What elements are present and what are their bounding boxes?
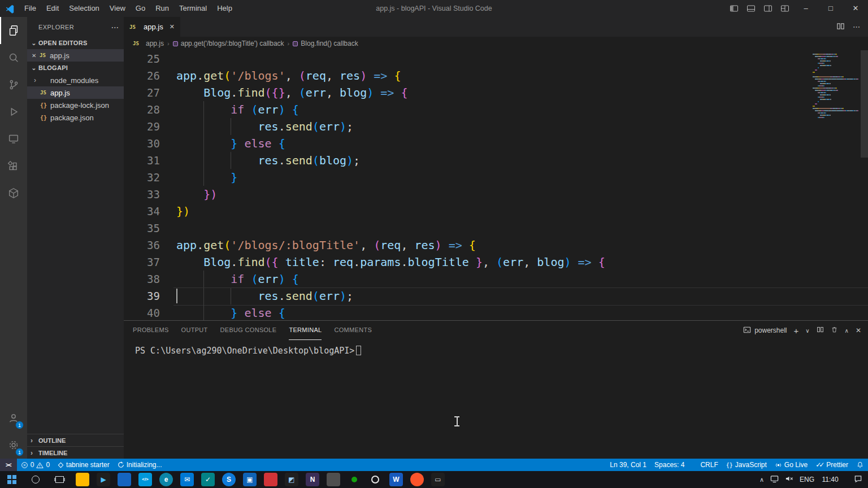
indentation-setting[interactable]: Spaces: 4 bbox=[650, 459, 688, 471]
tree-item-node_modules[interactable]: ›node_modules bbox=[27, 74, 124, 86]
tray-display-icon[interactable] bbox=[770, 474, 779, 485]
taskbar-app-vscode[interactable]: </> bbox=[138, 473, 152, 486]
problems-indicator[interactable]: 0 0 bbox=[17, 459, 54, 471]
customize-layout-icon[interactable] bbox=[776, 4, 793, 13]
source-control-icon[interactable] bbox=[0, 71, 27, 98]
code-line-25[interactable]: 25 bbox=[124, 50, 868, 67]
line-number[interactable]: 27 bbox=[124, 84, 160, 101]
taskbar-app-gray-folder[interactable] bbox=[327, 473, 340, 486]
accounts-icon[interactable]: 1 bbox=[0, 404, 27, 432]
menu-run[interactable]: Run bbox=[150, 0, 174, 17]
taskbar-app-skype[interactable]: S bbox=[222, 473, 236, 486]
container-extension-icon[interactable] bbox=[0, 180, 27, 207]
taskbar-app-onenote[interactable]: N bbox=[306, 473, 319, 486]
close-tab-icon[interactable]: ✕ bbox=[170, 23, 175, 30]
taskbar-app-photos[interactable]: ◩ bbox=[285, 473, 298, 486]
explorer-more-actions-icon[interactable]: ⋯ bbox=[111, 23, 119, 32]
start-button[interactable] bbox=[0, 471, 24, 488]
taskbar-app-ring-app[interactable] bbox=[368, 473, 382, 486]
tray-language[interactable]: ENG bbox=[800, 476, 814, 483]
explorer-icon[interactable] bbox=[0, 17, 27, 44]
menu-edit[interactable]: Edit bbox=[41, 0, 64, 17]
toggle-sidebar-icon[interactable] bbox=[726, 4, 743, 13]
timeline-section[interactable]: › TIMELINE bbox=[27, 446, 124, 459]
breadcrumb-file[interactable]: JSapp.js bbox=[133, 40, 164, 47]
toggle-panel-icon[interactable] bbox=[743, 4, 760, 13]
tabnine-status[interactable]: tabnine starter bbox=[54, 459, 114, 471]
outline-section[interactable]: › OUTLINE bbox=[27, 434, 124, 446]
open-editor-app-js[interactable]: ✕ JS app.js bbox=[27, 49, 124, 62]
task-view-button[interactable] bbox=[47, 471, 71, 488]
line-number[interactable]: 33 bbox=[124, 186, 160, 203]
prettier-status[interactable]: ✓✓ Prettier bbox=[811, 459, 852, 471]
menu-selection[interactable]: Selection bbox=[64, 0, 104, 17]
encoding-setting[interactable]: UTF-8UTF-8 bbox=[688, 459, 696, 471]
taskbar-app-green-status[interactable] bbox=[348, 473, 361, 486]
remote-indicator[interactable]: >< bbox=[0, 459, 17, 471]
taskbar-app-word[interactable]: W bbox=[389, 473, 403, 486]
settings-gear-icon[interactable]: 1 bbox=[0, 432, 27, 459]
menu-file[interactable]: File bbox=[19, 0, 41, 17]
close-panel-icon[interactable]: ✕ bbox=[856, 326, 861, 334]
code-line-38[interactable]: 38 if (err) { bbox=[124, 271, 868, 287]
taskbar-app-blue-app[interactable] bbox=[118, 473, 131, 486]
code-line-29[interactable]: 29 res.send(err); bbox=[124, 118, 868, 135]
notifications-bell[interactable] bbox=[852, 459, 868, 471]
menu-help[interactable]: Help bbox=[212, 0, 237, 17]
taskbar-app-file-explorer[interactable] bbox=[76, 473, 89, 486]
code-line-28[interactable]: 28 if (err) { bbox=[124, 101, 868, 118]
language-mode[interactable]: {}JavaScript bbox=[722, 459, 771, 471]
open-editors-header[interactable]: ⌄ OPEN EDITORS bbox=[27, 37, 124, 49]
panel-tab-output[interactable]: OUTPUT bbox=[181, 321, 208, 340]
line-number[interactable]: 25 bbox=[124, 50, 160, 67]
tray-clock[interactable]: 11:40 bbox=[821, 476, 840, 483]
code-line-27[interactable]: 27 Blog.find({}, (err, blog) => { bbox=[124, 84, 868, 101]
tree-item-package-lock.json[interactable]: {}package-lock.json bbox=[27, 99, 124, 111]
tree-item-package.json[interactable]: {}package.json bbox=[27, 111, 124, 124]
code-line-30[interactable]: 30 } else { bbox=[124, 135, 868, 152]
code-line-34[interactable]: 34}) bbox=[124, 203, 868, 220]
line-number[interactable]: 26 bbox=[124, 67, 160, 84]
line-number[interactable]: 29 bbox=[124, 118, 160, 135]
editor-more-actions-icon[interactable]: ⋯ bbox=[853, 23, 860, 31]
action-center-icon[interactable] bbox=[854, 474, 862, 485]
kill-terminal-button[interactable] bbox=[831, 326, 838, 335]
toggle-secondary-sidebar-icon[interactable] bbox=[760, 4, 776, 13]
line-number[interactable]: 30 bbox=[124, 135, 160, 152]
terminal-shell-selector[interactable]: powershell bbox=[743, 326, 787, 336]
breadcrumb-symbol-1[interactable]: app.get('/blogs/:blogTitle') callback bbox=[173, 40, 284, 47]
tab-app-js[interactable]: JS app.js ✕ bbox=[124, 17, 181, 37]
code-line-26[interactable]: 26app.get('/blogs', (req, res) => { bbox=[124, 67, 868, 84]
menu-terminal[interactable]: Terminal bbox=[174, 0, 212, 17]
tray-volume-muted-icon[interactable] bbox=[785, 474, 793, 485]
cursor-position[interactable]: Ln 39, Col 1 bbox=[606, 459, 650, 471]
code-line-40[interactable]: 40 } else { bbox=[124, 304, 868, 320]
taskbar-app-store[interactable]: ▣ bbox=[243, 473, 257, 486]
search-button[interactable] bbox=[24, 471, 47, 488]
code-line-31[interactable]: 31 res.send(blog); bbox=[124, 152, 868, 169]
breadcrumb-symbol-2[interactable]: Blog.find() callback bbox=[293, 40, 358, 47]
code-line-32[interactable]: 32 } bbox=[124, 169, 868, 186]
extensions-icon[interactable] bbox=[0, 152, 27, 180]
split-editor-icon[interactable] bbox=[836, 22, 845, 32]
remote-explorer-icon[interactable] bbox=[0, 125, 27, 152]
tree-item-app.js[interactable]: JSapp.js bbox=[27, 86, 124, 99]
line-number[interactable]: 37 bbox=[124, 254, 160, 271]
minimize-button[interactable]: – bbox=[793, 0, 818, 17]
tray-expand-icon[interactable]: ∧ bbox=[760, 476, 764, 483]
editor-scrollbar[interactable] bbox=[861, 50, 868, 158]
menu-go[interactable]: Go bbox=[131, 0, 150, 17]
panel-tab-comments[interactable]: COMMENTS bbox=[334, 321, 372, 340]
maximize-panel-icon[interactable]: ∧ bbox=[845, 328, 849, 334]
code-line-36[interactable]: 36app.get('/blogs/:blogTitle', (req, res… bbox=[124, 237, 868, 254]
panel-tab-debug-console[interactable]: DEBUG CONSOLE bbox=[220, 321, 277, 340]
taskbar-app-movies-tv[interactable]: ▶ bbox=[97, 473, 110, 486]
new-terminal-button[interactable]: + bbox=[794, 326, 799, 336]
line-number[interactable]: 36 bbox=[124, 237, 160, 254]
taskbar-app-brave[interactable] bbox=[410, 473, 424, 486]
close-editor-icon[interactable]: ✕ bbox=[32, 53, 40, 59]
run-debug-icon[interactable] bbox=[0, 98, 27, 125]
line-number[interactable]: 31 bbox=[124, 152, 160, 169]
line-number[interactable]: 32 bbox=[124, 169, 160, 186]
taskbar-app-mail[interactable]: ✉ bbox=[180, 473, 194, 486]
